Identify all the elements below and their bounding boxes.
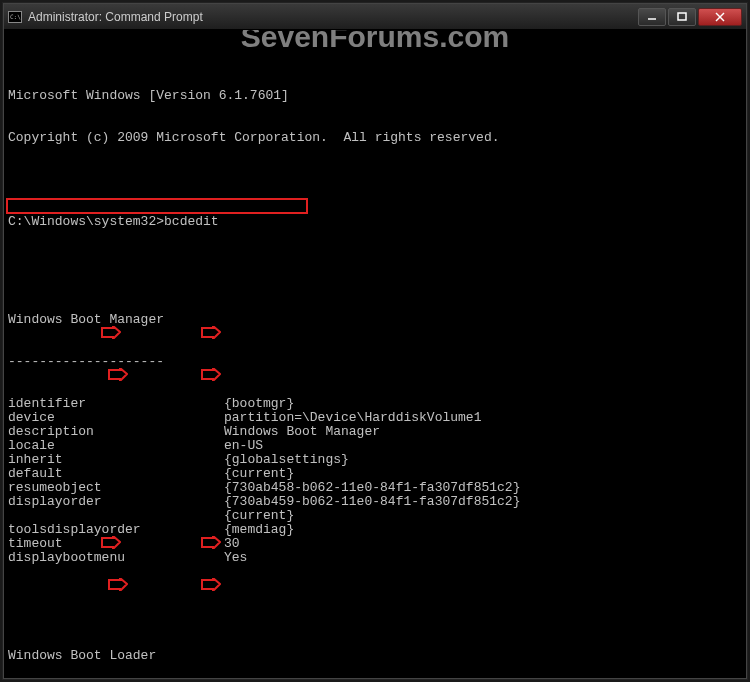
row-key: locale [8, 439, 224, 453]
blank-line [8, 173, 742, 187]
console-output[interactable]: SevenForums.com Microsoft Windows [Versi… [4, 30, 746, 678]
close-button[interactable] [698, 8, 742, 26]
row-key: timeout [8, 537, 224, 551]
row-value: partition=\Device\HarddiskVolume1 [224, 411, 481, 425]
svg-rect-1 [678, 13, 686, 20]
close-icon [715, 12, 725, 22]
row-value: {globalsettings} [224, 453, 349, 467]
row-value: 30 [224, 537, 240, 551]
row-value: {730ab459-b062-11e0-84f1-fa307df851c2} [224, 495, 520, 509]
maximize-icon [677, 12, 687, 22]
maximize-button[interactable] [668, 8, 696, 26]
output-row: displayorder{730ab459-b062-11e0-84f1-fa3… [8, 495, 742, 509]
output-row: descriptionWindows Boot Manager [8, 425, 742, 439]
row-value: Windows Boot Manager [224, 425, 380, 439]
row-key: default [8, 467, 224, 481]
section-title: Windows Boot Manager [8, 313, 742, 327]
arrow-right-icon [101, 326, 121, 339]
output-row: localeen-US [8, 439, 742, 453]
output-row: toolsdisplayorder{memdiag} [8, 523, 742, 537]
header-line: Copyright (c) 2009 Microsoft Corporation… [8, 131, 742, 145]
row-value: {memdiag} [224, 523, 294, 537]
section-dashes: -------------------- [8, 355, 742, 369]
arrow-right-icon [108, 368, 128, 381]
row-key: displaybootmenu [8, 551, 224, 565]
arrow-right-icon [201, 326, 221, 339]
row-key: displayorder [8, 495, 224, 509]
row-value: Yes [224, 551, 247, 565]
cmd-icon [8, 11, 22, 23]
row-key [8, 509, 224, 523]
minimize-icon [647, 12, 657, 22]
watermark: SevenForums.com [241, 30, 509, 44]
output-row: default{current} [8, 467, 742, 481]
row-value: {730ab458-b062-11e0-84f1-fa307df851c2} [224, 481, 520, 495]
row-key: identifier [8, 397, 224, 411]
output-row: timeout30 [8, 537, 742, 551]
row-key: resumeobject [8, 481, 224, 495]
command-prompt-window: Administrator: Command Prompt SevenForum… [3, 3, 747, 679]
titlebar[interactable]: Administrator: Command Prompt [4, 4, 746, 30]
row-value: en-US [224, 439, 263, 453]
window-title: Administrator: Command Prompt [28, 10, 638, 24]
highlight-default-current [6, 198, 308, 214]
row-key: device [8, 411, 224, 425]
header-line: Microsoft Windows [Version 6.1.7601] [8, 89, 742, 103]
row-key: description [8, 425, 224, 439]
prompt-line: C:\Windows\system32>bcdedit [8, 215, 742, 229]
output-row: identifier{bootmgr} [8, 397, 742, 411]
row-value: {current} [224, 509, 294, 523]
section-title: Windows Boot Loader [8, 649, 742, 663]
arrow-right-icon [201, 578, 221, 591]
row-key: inherit [8, 453, 224, 467]
row-value: {bootmgr} [224, 397, 294, 411]
minimize-button[interactable] [638, 8, 666, 26]
row-value: {current} [224, 467, 294, 481]
output-row: {current} [8, 509, 742, 523]
arrow-right-icon [201, 368, 221, 381]
output-row: inherit{globalsettings} [8, 453, 742, 467]
row-key: toolsdisplayorder [8, 523, 224, 537]
output-row: displaybootmenuYes [8, 551, 742, 565]
output-row: devicepartition=\Device\HarddiskVolume1 [8, 411, 742, 425]
blank-line [8, 593, 742, 607]
window-controls [638, 8, 742, 26]
blank-line [8, 257, 742, 271]
arrow-right-icon [108, 578, 128, 591]
output-row: resumeobject{730ab458-b062-11e0-84f1-fa3… [8, 481, 742, 495]
